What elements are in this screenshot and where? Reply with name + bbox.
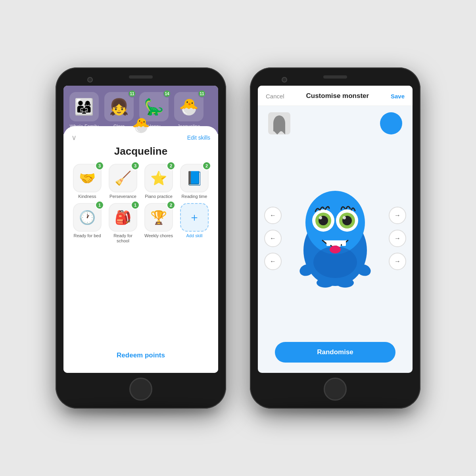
phone1-screen: 👨‍👩‍👧 Whole Family 👧 11 Clara 🦕 bbox=[63, 86, 218, 373]
skill-badge-piano: 2 bbox=[167, 161, 175, 170]
monster-area: ← ← ← bbox=[264, 138, 406, 338]
color-dot[interactable] bbox=[380, 112, 402, 134]
avatar-whole-family[interactable]: 👨‍👩‍👧 Whole Family bbox=[68, 92, 100, 129]
skill-label-piano: Piano practice bbox=[145, 194, 173, 199]
profile-name: Jacqueline bbox=[71, 145, 210, 157]
phone-left: 👨‍👩‍👧 Whole Family 👧 11 Clara 🦕 bbox=[56, 67, 226, 409]
chevron-down-icon[interactable]: ∨ bbox=[71, 133, 77, 142]
skills-grid: 🤝 3 Kindness 🧹 3 Perseverance bbox=[71, 164, 210, 244]
skill-badge-chores: 2 bbox=[167, 201, 175, 209]
phone2-top-bar bbox=[258, 75, 413, 82]
redeem-points-button[interactable]: Redeem points bbox=[71, 346, 210, 365]
skill-icon-bed: 🕐 1 bbox=[73, 203, 102, 232]
phones-container: 👨‍👩‍👧 Whole Family 👧 11 Clara 🦕 bbox=[56, 67, 420, 409]
add-skill-button[interactable]: ＋ bbox=[180, 203, 209, 232]
customise-header: Cancel Customise monster Save bbox=[258, 86, 413, 106]
phone2-screen: Cancel Customise monster Save bbox=[258, 86, 413, 373]
svg-rect-12 bbox=[332, 240, 336, 246]
skill-icon-perseverance: 🧹 3 bbox=[109, 164, 137, 192]
customise-screen: Cancel Customise monster Save bbox=[258, 86, 413, 373]
phone1-home-button[interactable] bbox=[129, 378, 152, 401]
skill-label-reading: Reading time bbox=[182, 194, 207, 199]
skill-badge-reading: 2 bbox=[202, 161, 211, 170]
left-arrow-top[interactable]: ← bbox=[264, 207, 282, 224]
right-arrow-top[interactable]: → bbox=[389, 207, 406, 224]
skill-badge-perseverance: 3 bbox=[131, 161, 140, 170]
skill-icon-kindness: 🤝 3 bbox=[73, 164, 102, 192]
card-avatar: 🐣 bbox=[130, 114, 152, 136]
skill-icon-chores: 🏆 2 bbox=[144, 203, 173, 232]
phone-right: Cancel Customise monster Save bbox=[250, 67, 420, 409]
avatar-badge-henry: 14 bbox=[163, 90, 171, 98]
svg-rect-11 bbox=[326, 240, 330, 246]
phone1-speaker bbox=[129, 75, 153, 79]
svg-point-19 bbox=[336, 278, 354, 288]
left-arrow-bot[interactable]: ← bbox=[264, 253, 282, 270]
shape-thumbnail[interactable] bbox=[268, 112, 290, 134]
save-button[interactable]: Save bbox=[391, 93, 405, 100]
avatar-circle-clara: 👧 11 bbox=[104, 92, 134, 121]
svg-point-18 bbox=[317, 278, 334, 288]
skill-add[interactable]: ＋ Add skill bbox=[178, 203, 210, 244]
skill-badge-school: 1 bbox=[131, 201, 140, 209]
phone1-camera bbox=[87, 77, 93, 83]
skill-school[interactable]: 🎒 1 Ready for school bbox=[107, 203, 139, 244]
avatar-circle-jacqueline: 🐣 11 bbox=[174, 92, 203, 121]
skill-icon-school: 🎒 1 bbox=[109, 203, 137, 232]
avatar-badge-clara: 11 bbox=[128, 90, 136, 98]
add-skill-label: Add skill bbox=[186, 233, 203, 238]
skill-reading[interactable]: 📘 2 Reading time bbox=[178, 164, 210, 199]
ghost-shape-icon bbox=[273, 115, 285, 131]
right-arrows: → → → bbox=[389, 207, 406, 270]
right-arrow-bot[interactable]: → bbox=[389, 253, 406, 270]
cancel-button[interactable]: Cancel bbox=[266, 93, 284, 100]
svg-rect-14 bbox=[342, 240, 346, 246]
monster-svg bbox=[296, 183, 375, 294]
skill-badge-kindness: 3 bbox=[95, 161, 104, 170]
avatar-badge-jacqueline: 11 bbox=[198, 90, 206, 98]
customise-body: ← ← ← bbox=[258, 106, 413, 373]
svg-rect-13 bbox=[337, 240, 341, 247]
phone2-speaker bbox=[323, 75, 347, 79]
svg-point-9 bbox=[319, 216, 322, 219]
screen1: 👨‍👩‍👧 Whole Family 👧 11 Clara 🦕 bbox=[63, 86, 218, 373]
skill-label-bed: Ready for bed bbox=[73, 233, 101, 238]
skill-label-perseverance: Perseverance bbox=[109, 194, 136, 199]
skill-perseverance[interactable]: 🧹 3 Perseverance bbox=[107, 164, 139, 199]
skill-label-kindness: Kindness bbox=[78, 194, 96, 199]
edit-skills-button[interactable]: Edit skills bbox=[187, 134, 210, 141]
skill-badge-bed: 1 bbox=[95, 201, 104, 209]
skill-label-chores: Weekly chores bbox=[144, 233, 173, 238]
skill-icon-reading: 📘 2 bbox=[180, 164, 209, 192]
svg-point-15 bbox=[330, 246, 341, 253]
phone1-top-bar bbox=[63, 75, 218, 82]
customise-title: Customise monster bbox=[306, 92, 369, 100]
svg-point-10 bbox=[343, 216, 346, 219]
left-arrow-mid[interactable]: ← bbox=[264, 230, 282, 247]
avatar-circle-family: 👨‍👩‍👧 bbox=[69, 92, 99, 121]
avatar-jacqueline[interactable]: 🐣 11 Jacqueline bbox=[173, 92, 205, 129]
left-arrows: ← ← ← bbox=[264, 207, 282, 270]
skill-bed[interactable]: 🕐 1 Ready for bed bbox=[71, 203, 103, 244]
right-arrow-mid[interactable]: → bbox=[389, 230, 406, 247]
skill-icon-piano: ⭐ 2 bbox=[144, 164, 173, 192]
skill-label-school: Ready for school bbox=[107, 233, 139, 244]
randomise-button[interactable]: Randomise bbox=[275, 342, 395, 363]
profile-card: 🐣 ∨ Edit skills Jacqueline 🤝 3 bbox=[63, 126, 218, 373]
top-selectors bbox=[264, 112, 406, 134]
skill-kindness[interactable]: 🤝 3 Kindness bbox=[71, 164, 103, 199]
skill-chores[interactable]: 🏆 2 Weekly chores bbox=[143, 203, 175, 244]
skill-piano[interactable]: ⭐ 2 Piano practice bbox=[143, 164, 175, 199]
phone2-camera bbox=[282, 77, 287, 83]
phone2-home-button[interactable] bbox=[324, 378, 347, 401]
